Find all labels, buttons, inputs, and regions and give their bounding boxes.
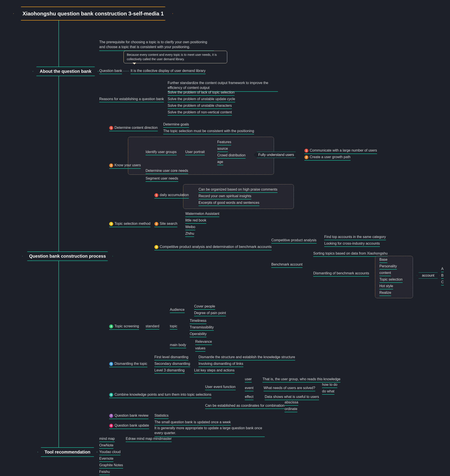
tool-2: Evernote <box>99 457 113 462</box>
s2-p0: Features <box>217 140 231 145</box>
s6-effect[interactable]: effect <box>245 395 254 400</box>
s8-0: The small question bank is updated once … <box>154 420 231 425</box>
badge-4: 4 <box>109 324 113 329</box>
s4-a0: Cover people <box>194 304 215 310</box>
tool-1: Youdao cloud <box>99 450 120 455</box>
badge-8: 8 <box>109 424 113 428</box>
badge-6: 6 <box>109 393 113 397</box>
s3-daily[interactable]: 1daily accumulation <box>154 193 189 199</box>
reason-4: Solve the problem of non-vertical conten… <box>168 110 232 116</box>
s6-effectd: Data shows what is useful to users <box>265 395 319 400</box>
s3-di2: content <box>379 271 391 276</box>
reason-2: Solve the problem of unstable update cyc… <box>168 97 235 102</box>
root-title[interactable]: Xiaohongshu question bank construction 3… <box>13 7 173 21</box>
s8-label: Question bank update <box>114 423 149 427</box>
badge-1c: 1 <box>154 193 158 197</box>
s6-user[interactable]: user <box>245 377 252 382</box>
reason-3: Solve the problem of unstable characters <box>168 104 232 109</box>
branch-about[interactable]: About the question bank <box>33 67 98 76</box>
s3-s3: Zhihu <box>185 232 194 237</box>
branch-process[interactable]: Question bank construction process <box>22 252 113 261</box>
s4-m0: Relevance <box>195 340 212 345</box>
s6[interactable]: 6Combine knowledge points and turn them … <box>109 393 211 398</box>
s2-identify[interactable]: Identify user groups <box>146 150 177 155</box>
root-title-text: Xiaohongshu question bank construction 3… <box>23 11 164 17</box>
s5-l1[interactable]: First level dismantling <box>154 355 188 360</box>
s4-topic[interactable]: topic <box>170 324 177 329</box>
mindmap-canvas: Xiaohongshu question bank construction 3… <box>0 0 450 476</box>
s3-d1: Record your own spiritual insights <box>199 194 251 200</box>
badge-7: 7 <box>109 414 113 418</box>
acc-c: C <box>441 280 444 285</box>
qbank-desc: It is the collective display of user dem… <box>130 69 206 74</box>
tool-0: OneNote <box>99 443 113 449</box>
badge-2b: 2 <box>304 155 308 159</box>
s3-s1: little red book <box>185 218 206 224</box>
s3-cpa0: Find top accounts in the same category <box>324 235 386 240</box>
s3-comp[interactable]: 3Competitive product analysis and determ… <box>154 245 272 250</box>
s4-label: Topic screening <box>114 324 139 328</box>
s6-coords[interactable]: Can be established as coordinates for co… <box>205 404 284 409</box>
s8[interactable]: 8Question bank update <box>109 423 149 429</box>
s5-l3[interactable]: Level 3 dismantling <box>154 368 185 374</box>
callout-box: Because every content and every topic is… <box>124 51 227 63</box>
s4-std[interactable]: standard <box>146 324 159 329</box>
tool-3: Graphite Notes <box>99 463 123 469</box>
s7-stat: Statistics <box>154 414 169 419</box>
about-prereq: The prerequisite for choosing a topic is… <box>99 40 214 51</box>
acc-b: B <box>441 274 444 279</box>
s8-1: It is generally more appropriate to upda… <box>154 426 265 437</box>
reasons-label[interactable]: Reasons for establishing a question bank <box>99 97 164 102</box>
fully-hex[interactable]: Fully understand users <box>253 152 299 158</box>
account-label: account <box>422 274 434 277</box>
s2[interactable]: 2Know your users <box>109 163 141 169</box>
s6-eventd: What needs of users are solved? <box>264 386 315 391</box>
s3-site[interactable]: 2Site search <box>154 222 177 227</box>
badge-2c: 2 <box>154 222 158 226</box>
s6-userd: That is, the user group, who reads this … <box>262 377 340 382</box>
reason-0: Further standardize the content output f… <box>168 81 278 92</box>
tool-4: Feishu <box>99 470 110 475</box>
s2-core: Determine user core needs <box>146 169 188 174</box>
conn <box>123 71 129 71</box>
fully-label: Fully understand users <box>258 153 294 157</box>
s6-event[interactable]: event <box>245 386 254 391</box>
s3[interactable]: 3Topic selection method <box>109 222 150 227</box>
s1-label: Determine content direction <box>114 126 158 129</box>
s7[interactable]: 7Question bank review <box>109 414 148 419</box>
s6-e1: do what <box>322 389 334 395</box>
s2-portrait[interactable]: User portrait <box>185 150 205 155</box>
callout-text: Because every content and every topic is… <box>127 53 217 61</box>
qbank-label[interactable]: Question bank <box>99 69 122 74</box>
s5[interactable]: 5Dismantling the topic <box>109 362 147 367</box>
s4-aud[interactable]: Audience <box>170 308 185 313</box>
s3-b1[interactable]: Dismantling of benchmark accounts <box>313 271 369 276</box>
badge-3: 3 <box>109 222 113 226</box>
badge-5: 5 <box>109 362 113 366</box>
s3-bench[interactable]: Benchmark account <box>271 263 302 268</box>
s3-s0: Watermelon Assistant <box>185 212 219 217</box>
s6-uef[interactable]: User event function <box>205 385 236 390</box>
s2-p1: source <box>217 147 228 152</box>
account-hex[interactable]: account <box>417 272 439 279</box>
tool-mm[interactable]: mind map <box>99 437 115 442</box>
s1[interactable]: 1Determine content direction <box>109 126 158 131</box>
s5-l3d: List key steps and actions <box>194 368 235 374</box>
badge-1: 1 <box>109 126 113 130</box>
badge-2: 2 <box>109 164 113 167</box>
s3-di4: Hot style <box>379 284 393 289</box>
s4[interactable]: 4Topic screening <box>109 324 139 330</box>
branch-tools[interactable]: Tool recommendation <box>37 447 97 457</box>
s2-segment: Segment user needs <box>146 176 178 182</box>
s4-main[interactable]: main body <box>170 343 186 348</box>
s3-cpa[interactable]: Competitive product analysis <box>271 238 317 243</box>
s3-di3: Topic selection <box>379 277 403 283</box>
badge-3b: 3 <box>154 245 158 249</box>
s2-label: Know your users <box>114 163 141 167</box>
fu1: 2Create a user growth path <box>304 155 350 161</box>
s3-d2: Excerpts of good words and sentences <box>199 201 259 206</box>
s4-t2: Operability <box>190 332 207 337</box>
s5-l2[interactable]: Secondary dismantling <box>154 362 190 367</box>
badge-1b: 1 <box>304 149 308 153</box>
s5-l2d: Involving dismantling of links <box>199 362 243 367</box>
